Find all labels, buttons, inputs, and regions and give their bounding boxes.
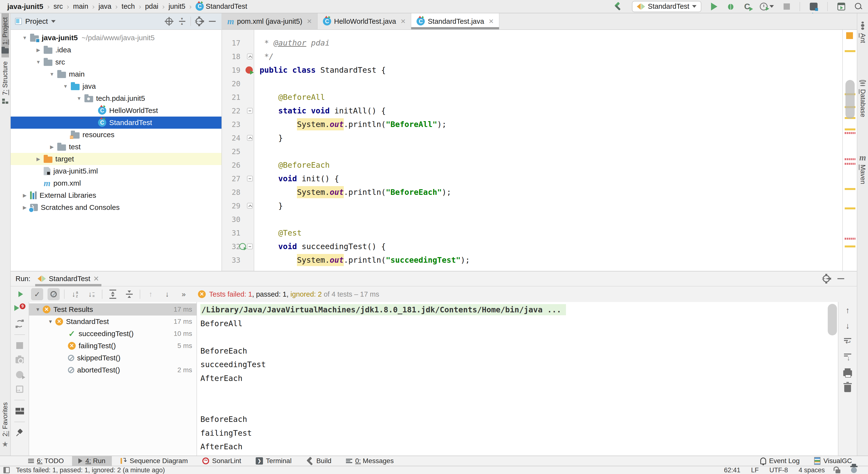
chevron-down-icon[interactable] [51, 20, 56, 23]
sidebar-item-2-favorites[interactable]: 2: Favorites★ [1, 398, 9, 452]
project-tree-row[interactable]: ▶test [11, 141, 221, 153]
project-tree-row[interactable]: ▶External Libraries [11, 189, 221, 201]
debug-button[interactable] [727, 3, 734, 10]
project-tree-row[interactable]: ▼java-junit5~/pdai/www/java-junit5 [11, 32, 221, 44]
close-icon[interactable]: ✕ [93, 275, 99, 283]
console-scrollbar[interactable] [828, 304, 837, 335]
project-tree-row[interactable]: java-junit5.iml [11, 165, 221, 177]
code-area[interactable]: 17 * @author pdai18 */19public class Sta… [222, 30, 842, 271]
rerun-failed-tests-icon[interactable]: 9 [14, 304, 25, 314]
fold-marker-icon[interactable] [247, 176, 253, 181]
project-tree-row[interactable]: ▶target [11, 153, 221, 165]
fold-marker-icon[interactable] [247, 135, 253, 141]
toolwindow-button-sonarlint[interactable]: SonarLint [196, 456, 247, 466]
close-icon[interactable]: ✕ [401, 18, 406, 25]
error-stripe[interactable] [842, 30, 857, 271]
caret-position[interactable]: 62:41 [724, 467, 740, 474]
run-class-gutter-icon[interactable] [246, 66, 253, 74]
stripe-mark[interactable] [845, 50, 856, 52]
chevron-expanded-icon[interactable]: ▼ [45, 319, 55, 325]
stripe-mark[interactable] [845, 132, 856, 134]
up-stacktrace-icon[interactable]: ↑ [842, 305, 853, 315]
breadcrumb-item[interactable]: main [71, 2, 90, 10]
soft-wrap-icon[interactable] [842, 336, 853, 346]
sidebar-item-1-project[interactable]: 1: Project [1, 13, 9, 58]
fold-marker-icon[interactable] [247, 243, 253, 249]
sort-by-duration-icon[interactable]: ↓–≡ [85, 288, 97, 300]
chevron-collapsed-icon[interactable]: ▶ [33, 156, 44, 162]
line-number[interactable]: 32 [222, 242, 240, 251]
project-panel-title[interactable]: Project [25, 17, 48, 26]
sidebar-item-ant[interactable]: Ant [859, 18, 867, 47]
more-actions-icon[interactable]: » [178, 288, 190, 300]
chevron-expanded-icon[interactable]: ▼ [20, 35, 30, 41]
chevron-collapsed-icon[interactable]: ▶ [20, 193, 30, 198]
project-tree-row[interactable]: CHelloWorldTest [11, 104, 221, 116]
editor-tab-pom-xml-java-junit5-[interactable]: mpom.xml (java-junit5)✕ [222, 13, 317, 29]
fold-marker-icon[interactable] [247, 203, 253, 209]
project-tree-row[interactable]: ▶.idea [11, 44, 221, 56]
project-tree-row[interactable]: mpom.xml [11, 177, 221, 189]
line-number[interactable]: 33 [222, 256, 240, 264]
toolwindow-button-4-run[interactable]: 4: Run [72, 456, 112, 466]
test-tree-row[interactable]: ▼✕StandardTest17 ms [29, 315, 196, 328]
pin-icon[interactable] [14, 428, 25, 438]
line-number[interactable]: 21 [222, 93, 240, 102]
line-number[interactable]: 18 [222, 52, 240, 61]
sidebar-item-database[interactable]: Database [859, 76, 867, 121]
chevron-collapsed-icon[interactable]: ▶ [33, 47, 44, 53]
breadcrumb-item[interactable]: src [52, 2, 64, 10]
close-icon[interactable]: ✕ [489, 18, 494, 25]
toolwindow-button-event-log[interactable]: Event Log [754, 456, 806, 466]
console-output[interactable]: /Library/Java/JavaVirtualMachines/jdk1.8… [197, 302, 838, 455]
tool-windows-icon[interactable] [810, 3, 817, 10]
line-number[interactable]: 31 [222, 229, 240, 237]
print-icon[interactable] [842, 367, 853, 378]
toolwindow-button-0-messages[interactable]: 0: Messages [340, 456, 400, 466]
down-stacktrace-icon[interactable]: ↓ [842, 320, 853, 331]
expand-all-icon[interactable] [107, 288, 119, 300]
line-number[interactable]: 29 [222, 202, 240, 210]
stripe-mark[interactable] [845, 207, 856, 209]
next-failed-test-icon[interactable]: ↓ [161, 288, 173, 300]
project-tree-row[interactable]: CStandardTest [11, 116, 221, 129]
sort-alphabetically-icon[interactable]: ↓az [69, 288, 81, 300]
test-tree-row[interactable]: skippedTest() [29, 352, 196, 364]
toolwindow-button-build[interactable]: Build [300, 456, 338, 466]
stripe-mark[interactable] [845, 163, 856, 165]
line-number[interactable]: 22 [222, 107, 240, 115]
gear-icon[interactable] [823, 275, 830, 282]
show-ignored-toggle[interactable] [48, 288, 60, 300]
chevron-expanded-icon[interactable]: ▼ [74, 96, 85, 101]
project-tree-row[interactable]: ▶Scratches and Consoles [11, 201, 221, 213]
chevron-expanded-icon[interactable]: ▼ [33, 59, 44, 65]
stripe-mark[interactable] [845, 129, 856, 130]
project-tree-row[interactable]: ▼java [11, 80, 221, 92]
project-tree-row[interactable]: ▼src [11, 56, 221, 68]
breadcrumb-item[interactable]: CStandardTest [194, 2, 249, 11]
toolwindow-button-terminal[interactable]: ❯Terminal [249, 456, 298, 466]
chevron-collapsed-icon[interactable]: ▶ [46, 144, 57, 150]
show-passed-toggle[interactable]: ✓ [31, 288, 43, 300]
toolwindow-button-visualgc[interactable]: VisualGC [808, 456, 858, 466]
gear-icon[interactable] [195, 18, 203, 25]
line-number[interactable]: 19 [222, 66, 240, 74]
stripe-mark[interactable] [845, 238, 856, 240]
run-tab[interactable]: StandardTest ✕ [35, 271, 101, 286]
status-widget[interactable]: 4 spaces [799, 467, 825, 474]
run-with-coverage-button[interactable]: C [744, 2, 750, 11]
unlock-icon[interactable] [836, 469, 840, 473]
fold-marker-icon[interactable] [247, 108, 253, 114]
test-tree-row[interactable]: ▼✕Test Results17 ms [29, 303, 196, 315]
toolwindow-button-6-todo[interactable]: 6: TODO [22, 456, 70, 466]
editor-scrollbar[interactable] [845, 80, 855, 119]
profiler-button[interactable] [760, 3, 774, 10]
line-number[interactable]: 27 [222, 174, 240, 183]
test-tree-row[interactable]: ✓succeedingTest()10 ms [29, 328, 196, 340]
test-passed-gutter-icon[interactable] [239, 243, 246, 250]
test-tree-row[interactable]: abortedTest()2 ms [29, 364, 196, 376]
hide-panel-icon[interactable] [209, 21, 216, 22]
line-number[interactable]: 30 [222, 215, 240, 224]
rerun-button[interactable] [14, 288, 27, 300]
build-hammer-icon[interactable] [614, 2, 622, 11]
